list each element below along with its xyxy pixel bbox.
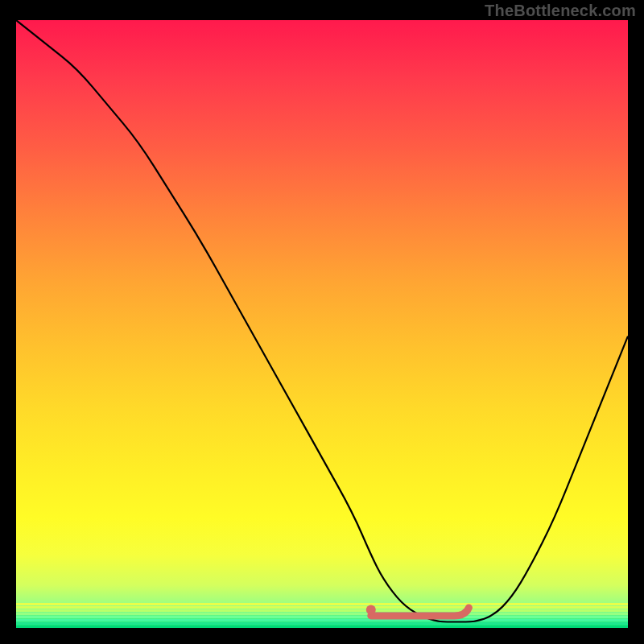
- plot-area: [16, 20, 628, 628]
- watermark-text: TheBottleneck.com: [485, 2, 636, 20]
- chart-svg: [16, 20, 628, 628]
- chart-frame: TheBottleneck.com: [0, 0, 644, 644]
- optimal-point-marker: [366, 605, 376, 614]
- curve-group: [16, 20, 628, 622]
- optimal-range-marker: [371, 608, 469, 616]
- bottleneck-curve-line: [16, 20, 628, 622]
